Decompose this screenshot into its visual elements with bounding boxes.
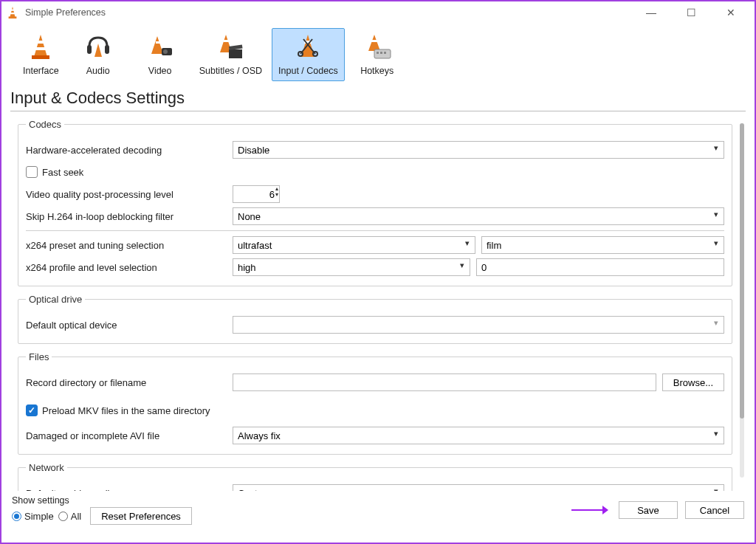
svg-rect-12: [156, 41, 161, 44]
category-toolbar: Interface Audio Video Subtitles / OSD In…: [1, 24, 755, 81]
x264-preset-label: x264 preset and tuning selection: [26, 240, 233, 251]
page-title: Input & Codecs Settings: [1, 81, 755, 111]
vq-post-spinbox[interactable]: [233, 185, 280, 203]
simple-radio[interactable]: Simple: [12, 511, 54, 522]
x264-profile-label: x264 profile and level selection: [26, 262, 233, 273]
avi-label: Damaged or incomplete AVI file: [26, 430, 233, 441]
headphones-cone-icon: [83, 32, 113, 61]
svg-marker-4: [34, 35, 47, 57]
minimize-button[interactable]: —: [638, 7, 664, 18]
scissors-cone-icon: [293, 32, 323, 61]
annotation-arrow-icon: [571, 505, 608, 515]
settings-scroll-area: Codecs Hardware-accelerated decoding Dis…: [1, 114, 755, 491]
svg-point-14: [163, 49, 168, 54]
tab-audio[interactable]: Audio: [69, 28, 128, 81]
x264-tune-select[interactable]: film: [481, 236, 724, 254]
svg-marker-30: [602, 506, 608, 514]
vlc-app-icon: [6, 6, 19, 19]
default-optical-label: Default optical device: [26, 320, 233, 331]
svg-rect-28: [384, 52, 386, 54]
show-settings-label: Show settings: [12, 495, 192, 506]
vertical-scrollbar[interactable]: [740, 123, 744, 478]
maximize-button[interactable]: ☐: [678, 7, 704, 18]
skip-h264-label: Skip H.264 in-loop deblocking filter: [26, 211, 233, 222]
avi-select[interactable]: Always fix: [233, 427, 724, 444]
film-cone-icon: [145, 32, 175, 61]
record-dir-label: Record directory or filename: [26, 377, 233, 388]
svg-rect-17: [229, 49, 242, 58]
svg-rect-16: [224, 40, 229, 42]
scrollbar-thumb[interactable]: [740, 123, 744, 419]
vq-post-label: Video quality post-processing level: [26, 189, 233, 200]
radio-selected-icon: [12, 512, 21, 521]
x264-preset-select[interactable]: ultrafast: [233, 236, 475, 254]
browse-button[interactable]: Browse...: [662, 373, 724, 391]
svg-rect-26: [377, 52, 379, 54]
preload-mkv-checkbox[interactable]: Preload MKV files in the same directory: [26, 404, 210, 416]
network-group: Network Default caching policy Custom: [18, 462, 732, 491]
tab-label: Subtitles / OSD: [199, 66, 262, 76]
record-dir-input[interactable]: [233, 373, 656, 391]
clapper-cone-icon: [216, 32, 245, 61]
codecs-separator: [26, 230, 724, 231]
svg-marker-23: [368, 35, 380, 51]
hw-decoding-label: Hardware-accelerated decoding: [26, 145, 233, 156]
svg-rect-2: [11, 10, 15, 11]
svg-rect-1: [9, 16, 17, 18]
simple-radio-label: Simple: [24, 511, 54, 522]
codecs-legend: Codecs: [26, 119, 64, 130]
tab-label: Input / Codecs: [278, 66, 338, 76]
x264-profile-select[interactable]: high: [233, 258, 470, 276]
title-separator: [10, 111, 746, 111]
default-optical-select[interactable]: [233, 316, 724, 334]
svg-marker-10: [94, 44, 102, 57]
spinbox-arrows-icon[interactable]: ▴▾: [275, 186, 278, 198]
reset-preferences-button[interactable]: Reset Preferences: [90, 507, 192, 525]
svg-rect-24: [371, 40, 377, 42]
tab-video[interactable]: Video: [131, 28, 190, 81]
optical-legend: Optical drive: [26, 294, 85, 305]
svg-rect-6: [37, 41, 44, 44]
cancel-button[interactable]: Cancel: [685, 501, 744, 519]
fast-seek-checkbox[interactable]: Fast seek: [26, 166, 83, 178]
window-title: Simple Preferences: [25, 7, 106, 18]
tab-hotkeys[interactable]: Hotkeys: [348, 28, 407, 81]
svg-rect-7: [35, 47, 46, 50]
svg-rect-3: [10, 13, 15, 14]
svg-marker-11: [151, 36, 163, 54]
checkbox-icon: [26, 166, 38, 178]
tab-subtitles[interactable]: Subtitles / OSD: [193, 28, 269, 81]
titlebar: Simple Preferences — ☐ ✕: [1, 1, 755, 24]
skip-h264-select[interactable]: None: [233, 207, 724, 225]
tab-interface[interactable]: Interface: [16, 28, 66, 81]
bottom-bar: Show settings Simple All Reset Preferenc…: [1, 491, 755, 529]
svg-rect-9: [105, 45, 109, 54]
svg-rect-18: [229, 44, 243, 49]
preload-mkv-label: Preload MKV files in the same directory: [42, 405, 210, 416]
codecs-group: Codecs Hardware-accelerated decoding Dis…: [18, 119, 732, 286]
window-controls: — ☐ ✕: [638, 7, 750, 18]
optical-group: Optical drive Default optical device: [18, 294, 732, 344]
show-settings-group: Show settings Simple All Reset Preferenc…: [12, 495, 192, 525]
all-radio[interactable]: All: [58, 511, 81, 522]
svg-rect-27: [380, 52, 382, 54]
save-button[interactable]: Save: [619, 501, 678, 519]
radio-icon: [58, 512, 68, 521]
files-group: Files Record directory or filename Brows…: [18, 351, 732, 455]
caching-select[interactable]: Custom: [233, 484, 724, 491]
x264-level-input[interactable]: [476, 258, 724, 276]
tab-label: Interface: [23, 66, 59, 76]
keyboard-cone-icon: [362, 32, 392, 61]
network-legend: Network: [26, 462, 67, 473]
tab-input-codecs[interactable]: Input / Codecs: [272, 28, 345, 81]
svg-rect-8: [87, 45, 92, 54]
fast-seek-label: Fast seek: [42, 167, 83, 178]
close-button[interactable]: ✕: [718, 7, 744, 18]
all-radio-label: All: [71, 511, 81, 522]
svg-marker-0: [10, 7, 15, 17]
svg-rect-5: [32, 55, 49, 59]
tab-label: Video: [148, 66, 172, 76]
hw-decoding-select[interactable]: Disable: [233, 141, 724, 159]
checkbox-checked-icon: [26, 404, 38, 416]
tab-label: Hotkeys: [360, 66, 394, 76]
